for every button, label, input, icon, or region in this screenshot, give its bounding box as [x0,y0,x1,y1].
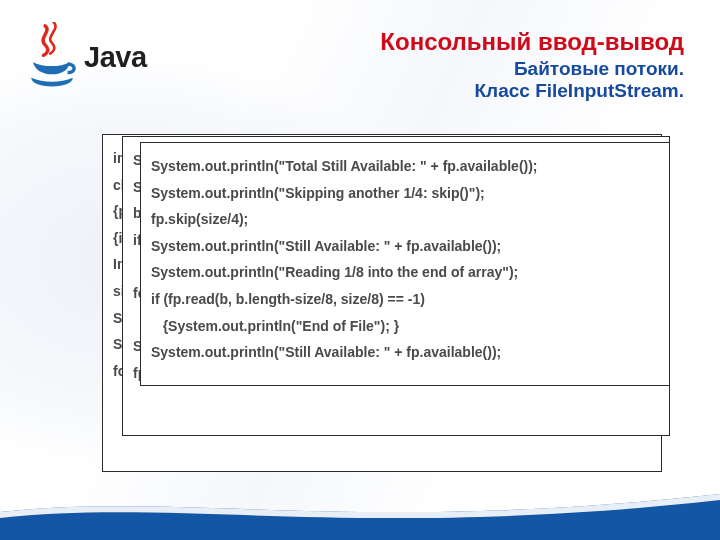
java-cup-icon [26,22,78,92]
page-number: 5 [641,511,648,526]
slide-title: Консольный ввод-вывод [380,28,684,56]
slide-heading-block: Консольный ввод-вывод Байтовые потоки. К… [380,28,684,102]
java-wordmark: Java [84,41,147,74]
java-logo: Java [26,18,166,96]
code-stack: import java.io.*; class FileInputTest {p… [102,134,668,484]
slide-subtitle-1: Байтовые потоки. [380,58,684,80]
code-box-3: System.out.println("Total Still Availabl… [140,142,670,386]
slide-subtitle-2: Класс FileInputStream. [380,80,684,102]
